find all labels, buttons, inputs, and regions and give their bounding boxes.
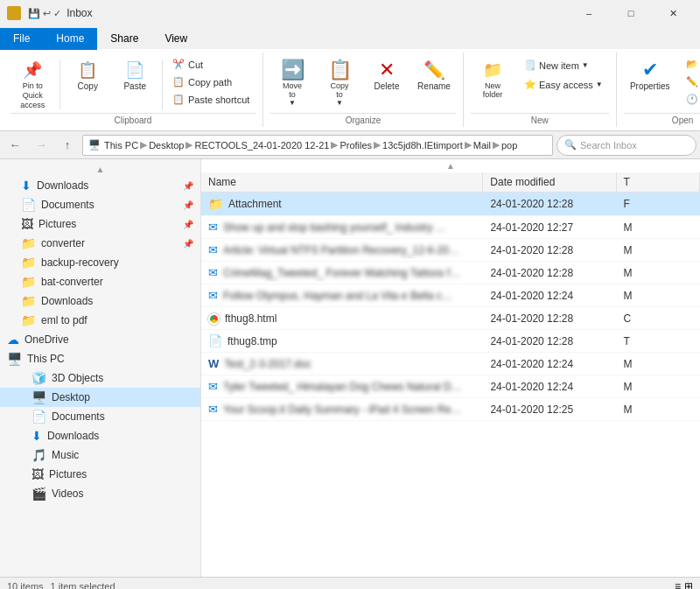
move-to-button[interactable]: ➡️ Move to ▼ — [270, 56, 314, 110]
sidebar-item-downloads-qa[interactable]: ⬇ Downloads 📌 — [0, 176, 200, 195]
col-header-date[interactable]: Date modified — [483, 172, 616, 192]
sidebar-item-downloads2[interactable]: 📁 Downloads — [0, 291, 200, 311]
file-cell-type: M — [617, 219, 700, 236]
file-row[interactable]: ✉ Tyler Tweeted_ Himalayan Dog Chews Nat… — [201, 375, 700, 398]
copy-path-button[interactable]: 📋 Copy path — [168, 74, 256, 90]
paste-shortcut-button[interactable]: 📋 Paste shortcut — [168, 91, 256, 108]
file-cell-type: F — [617, 195, 700, 213]
up-button[interactable]: ↑ — [56, 134, 79, 157]
minimize-button[interactable]: – — [569, 0, 609, 26]
edit-button[interactable]: ✏️ Edit — [680, 74, 700, 90]
title-bar: 💾 ↩ ✓ Inbox – □ ✕ — [0, 0, 700, 26]
documents-icon: 📄 — [21, 198, 36, 212]
file-cell-name: 📁 Attachment — [201, 194, 483, 214]
file-icon — [208, 312, 220, 325]
col-header-type[interactable]: T — [617, 172, 700, 192]
new-label: New — [471, 113, 609, 127]
sidebar-item-documents-pc[interactable]: 📄 Documents — [0, 407, 200, 426]
col-header-name[interactable]: Name — [201, 172, 483, 192]
file-row[interactable]: W Test_2-3-2017.doc 24-01-2020 12:24 M — [201, 353, 700, 375]
copy-to-icon: 📋 — [329, 60, 350, 81]
new-item-button[interactable]: 🗒️ New item ▼ — [518, 56, 609, 74]
copy-path-icon: 📋 — [172, 76, 185, 88]
file-row[interactable]: 📄 fthug8.tmp 24-01-2020 12:28 T — [201, 330, 700, 353]
path-part-2[interactable]: RECTOOLS_24-01-2020 12-21 — [194, 140, 329, 151]
sidebar-item-documents-qa[interactable]: 📄 Documents 📌 — [0, 195, 200, 214]
backup-icon: 📁 — [21, 256, 36, 270]
history-button[interactable]: 🕐 History — [680, 91, 700, 108]
sidebar-item-pictures-qa[interactable]: 🖼 Pictures 📌 — [0, 214, 200, 234]
path-part-1[interactable]: Desktop — [149, 140, 184, 151]
new-item-easy-group: 🗒️ New item ▼ ⭐ Easy access ▼ — [518, 56, 609, 94]
cut-button[interactable]: ✂️ Cut — [168, 56, 256, 73]
properties-button[interactable]: ✔ Properties — [624, 56, 676, 95]
sidebar-item-3dobjects[interactable]: 🧊 3D Objects — [0, 368, 200, 388]
list-view-button[interactable]: ≡ — [675, 580, 681, 589]
tab-file[interactable]: File — [0, 28, 43, 50]
sidebar-item-music[interactable]: 🎵 Music — [0, 445, 200, 465]
easy-access-button[interactable]: ⭐ Easy access ▼ — [518, 75, 609, 94]
clipboard-label: Clipboard — [10, 113, 256, 127]
sidebar-item-pictures-pc[interactable]: 🖼 Pictures — [0, 465, 200, 484]
documents-pc-icon: 📄 — [32, 410, 46, 424]
file-name-text: Article: Virtual NTFS Partition Recovery… — [223, 244, 459, 256]
sidebar-item-bat[interactable]: 📁 bat-converter — [0, 272, 200, 291]
tab-home[interactable]: Home — [43, 28, 97, 50]
file-name-text: CrimeMag_Tweeted_ Forever Matching Tatto… — [223, 267, 460, 279]
sidebar-item-onedrive[interactable]: ☁ OneDrive — [0, 330, 200, 349]
file-row[interactable]: ✉ Your Scoop.it Daily Summary - iPad 4 S… — [201, 398, 700, 421]
eml-icon: 📁 — [21, 313, 36, 327]
sidebar-item-desktop[interactable]: 🖥️ Desktop — [0, 388, 200, 407]
sidebar-item-converter[interactable]: 📁 converter 📌 — [0, 234, 200, 253]
detail-view-button[interactable]: ⊞ — [684, 580, 693, 589]
file-row[interactable]: ✉ CrimeMag_Tweeted_ Forever Matching Tat… — [201, 262, 700, 284]
rename-button[interactable]: ✏️ Rename — [412, 56, 456, 95]
sidebar-item-eml[interactable]: 📁 eml to pdf — [0, 311, 200, 330]
sidebar-item-thispc[interactable]: 🖥️ This PC — [0, 349, 200, 368]
file-row[interactable]: ✉ Show up and stop bashing yourself_ Ind… — [201, 216, 700, 239]
open-button[interactable]: 📂 Open ▼ — [680, 56, 700, 73]
onedrive-icon: ☁ — [7, 333, 19, 347]
file-cell-name: ✉ CrimeMag_Tweeted_ Forever Matching Tat… — [201, 263, 483, 282]
back-button[interactable]: ← — [4, 134, 26, 157]
new-item-icon: 🗒️ — [524, 60, 536, 71]
window-controls: – □ ✕ — [569, 0, 693, 26]
path-part-0[interactable]: This PC — [104, 140, 138, 151]
pin-to-quick-access-button[interactable]: 📌 Pin to Quick access — [10, 56, 54, 113]
file-name-text: Attachment — [228, 198, 282, 210]
file-row[interactable]: ✉ Article: Virtual NTFS Partition Recove… — [201, 239, 700, 262]
file-name-text: Test_2-3-2017.doc — [224, 358, 311, 370]
copy-button[interactable]: 📋 Copy — [66, 56, 109, 95]
file-icon: 📄 — [208, 334, 222, 347]
path-part-3[interactable]: Profiles — [340, 140, 372, 151]
file-icon: 📁 — [208, 197, 223, 211]
search-box[interactable]: 🔍 Search Inbox — [556, 135, 696, 156]
bat-icon: 📁 — [21, 275, 36, 289]
file-cell-date: 24-01-2020 12:28 — [483, 195, 616, 213]
close-button[interactable]: ✕ — [653, 0, 693, 26]
path-part-4[interactable]: 13c5jd8h.IEtimport — [382, 140, 463, 151]
file-cell-type: C — [617, 310, 700, 327]
tab-view[interactable]: View — [151, 28, 200, 50]
delete-icon: ✕ — [376, 60, 397, 81]
address-path[interactable]: 🖥️ This PC ▶ Desktop ▶ RECTOOLS_24-01-20… — [82, 135, 553, 156]
sidebar-item-videos[interactable]: 🎬 Videos — [0, 484, 200, 503]
paste-button[interactable]: 📄 Paste — [113, 56, 157, 95]
new-folder-button[interactable]: 📁 New folder — [471, 56, 514, 102]
file-row[interactable]: fthug8.html 24-01-2020 12:28 C — [201, 307, 700, 330]
file-name-text: Your Scoop.it Daily Summary - iPad 4 Scr… — [223, 403, 461, 416]
maximize-button[interactable]: □ — [611, 0, 651, 26]
clipboard-divider — [60, 60, 60, 109]
path-part-5[interactable]: Mail — [473, 140, 491, 151]
new-item-arrow: ▼ — [582, 61, 589, 69]
file-row[interactable]: ✉ Follow Olympus, Hayman and La Vita e B… — [201, 284, 700, 307]
tab-share[interactable]: Share — [97, 28, 151, 50]
copy-to-button[interactable]: 📋 Copy to ▼ — [318, 56, 361, 110]
forward-button[interactable]: → — [30, 134, 52, 157]
delete-button[interactable]: ✕ Delete — [365, 56, 409, 95]
path-part-6[interactable]: pop — [501, 140, 517, 151]
file-row[interactable]: 📁 Attachment 24-01-2020 12:28 F — [201, 193, 700, 216]
file-cell-type: M — [617, 355, 700, 373]
sidebar-item-backup[interactable]: 📁 backup-recovery — [0, 253, 200, 272]
sidebar-item-downloads-pc[interactable]: ⬇ Downloads — [0, 426, 200, 445]
